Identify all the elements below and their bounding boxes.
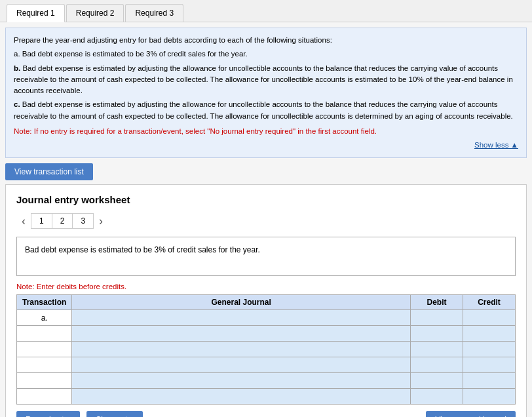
transaction-cell-4 [17,357,72,373]
credit-input-3[interactable] [463,342,516,357]
left-buttons: Record entry Clear entry [16,411,143,417]
journal-field-1[interactable] [75,313,408,323]
instructions-c: c. Bad debt expense is estimated by adju… [14,99,518,122]
show-less-link[interactable]: Show less ▲ [14,140,518,151]
worksheet-title: Journal entry worksheet [16,194,516,205]
debit-field-5[interactable] [413,376,460,386]
debit-input-1[interactable] [411,310,463,326]
nav-row: ‹ 1 2 3 › [16,213,516,229]
table-row [17,357,516,373]
table-row [17,389,516,405]
credit-field-1[interactable] [466,313,512,323]
nav-next-arrow[interactable]: › [94,214,108,228]
instructions-box: Prepare the year-end adjusting entry for… [5,28,527,158]
credit-input-4[interactable] [463,357,516,373]
nav-num-3[interactable]: 3 [73,214,93,228]
nav-prev-arrow[interactable]: ‹ [16,214,31,228]
debit-input-5[interactable] [411,373,463,389]
col-header-credit: Credit [463,295,516,310]
instructions-b: b. Bad debt expense is estimated by adju… [14,63,518,97]
transaction-cell-6 [17,389,72,405]
debit-field-2[interactable] [413,329,460,338]
description-text: Bad debt expense is estimated to be 3% o… [25,245,260,254]
journal-input-6[interactable] [72,389,411,405]
transaction-cell-2 [17,326,72,342]
credit-input-5[interactable] [463,373,516,389]
bottom-btn-row: Record entry Clear entry View general jo… [16,411,516,417]
record-entry-button[interactable]: Record entry [16,411,80,417]
note-enter-debits: Note: Enter debits before credits. [16,283,516,290]
transaction-cell-3 [17,342,72,357]
credit-field-3[interactable] [466,345,512,354]
credit-field-4[interactable] [466,361,512,370]
journal-input-1[interactable] [72,310,411,326]
col-header-general-journal: General Journal [72,295,411,310]
credit-input-2[interactable] [463,326,516,342]
tab-required3[interactable]: Required 3 [125,4,183,22]
view-transaction-list-button[interactable]: View transaction list [5,163,93,180]
tabs-bar: Required 1 Required 2 Required 3 [0,0,532,22]
tab-required2[interactable]: Required 2 [66,4,124,22]
debit-input-4[interactable] [411,357,463,373]
view-general-journal-button[interactable]: View general journal [426,411,516,417]
journal-worksheet: Journal entry worksheet ‹ 1 2 3 › Bad de… [5,184,527,417]
debit-input-6[interactable] [411,389,463,405]
instructions-c-prefix: c. [14,100,22,108]
credit-input-6[interactable] [463,389,516,405]
instructions-intro: Prepare the year-end adjusting entry for… [14,35,518,46]
journal-input-4[interactable] [72,357,411,373]
journal-field-2[interactable] [75,329,408,338]
journal-field-4[interactable] [75,361,408,370]
transaction-cell-1: a. [17,310,72,326]
clear-entry-button[interactable]: Clear entry [86,411,143,417]
tab-required1[interactable]: Required 1 [7,4,65,22]
table-row [17,342,516,357]
nav-num-1[interactable]: 1 [31,214,52,228]
debit-field-1[interactable] [413,313,460,323]
journal-input-3[interactable] [72,342,411,357]
credit-input-1[interactable] [463,310,516,326]
journal-input-2[interactable] [72,326,411,342]
credit-field-5[interactable] [466,376,512,386]
instructions-note-red: Note: If no entry is required for a tran… [14,126,518,137]
journal-input-5[interactable] [72,373,411,389]
btn-bar: View transaction list [5,163,527,180]
table-row: a. [17,310,516,326]
journal-field-5[interactable] [75,376,408,386]
instructions-b-text: Bad debt expense is estimated by adjusti… [14,64,513,95]
credit-field-2[interactable] [466,329,512,338]
table-row [17,326,516,342]
debit-input-2[interactable] [411,326,463,342]
nav-numbers: 1 2 3 [31,213,94,229]
journal-field-6[interactable] [75,392,408,401]
nav-num-2[interactable]: 2 [52,214,73,228]
instructions-b-prefix: b. [14,64,22,72]
transaction-cell-5 [17,373,72,389]
col-header-debit: Debit [411,295,463,310]
instructions-a: a. Bad debt expense is estimated to be 3… [14,49,518,60]
col-header-transaction: Transaction [17,295,72,310]
table-row [17,373,516,389]
debit-field-6[interactable] [413,392,460,401]
instructions-c-text: Bad debt expense is estimated by adjusti… [14,100,513,119]
journal-table: Transaction General Journal Debit Credit… [16,294,516,405]
debit-field-4[interactable] [413,361,460,370]
description-box: Bad debt expense is estimated to be 3% o… [16,237,516,276]
credit-field-6[interactable] [466,392,512,401]
journal-field-3[interactable] [75,345,408,354]
debit-field-3[interactable] [413,345,460,354]
debit-input-3[interactable] [411,342,463,357]
